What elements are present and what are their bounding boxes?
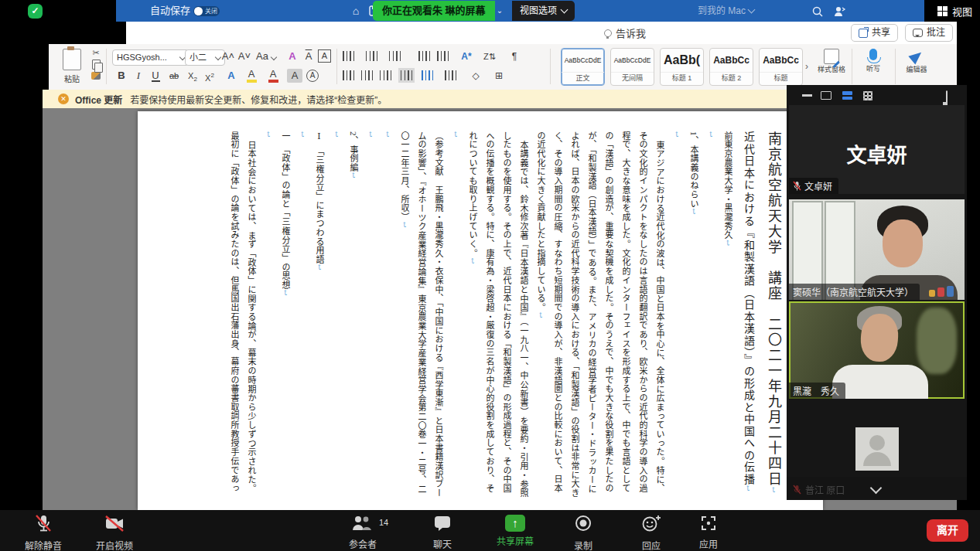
avatar-torso xyxy=(863,452,891,466)
document-line: 程で、大きな意味を成した。文化的インターフェイスを形成する上で、中でも言語として xyxy=(617,131,634,496)
style-pane-button[interactable]: 样式窗格 xyxy=(814,49,849,73)
document-line: Ⅰ 「三権分立」にまつわる用語↩ xyxy=(311,131,328,496)
font-color-button[interactable]: A xyxy=(265,67,281,81)
to-my-mac-menu[interactable]: 到我的 Mac xyxy=(698,0,754,22)
shrink-font-button[interactable]: A˅ xyxy=(237,49,252,63)
distribute-button[interactable] xyxy=(422,70,433,80)
line-text: れについても取り上げていく。 xyxy=(468,131,477,258)
show-marks-button[interactable]: ¶ xyxy=(507,49,522,63)
numbering-button[interactable] xyxy=(366,51,377,61)
home-icon[interactable]: ⌂ xyxy=(348,0,364,22)
unmute-button[interactable]: 解除静音 xyxy=(14,515,73,551)
character-shading-button[interactable]: A xyxy=(287,69,302,83)
document-line: したものを使用する。その上で、近代日本における「和製漢語」の形成過程と、その中国 xyxy=(498,131,515,496)
autosave-toggle[interactable]: 关闭 xyxy=(193,6,220,16)
document-line: 日本社会においては、まず「政体」に関する論が、幕末の時期から少しずつ示された。 xyxy=(243,131,260,496)
style-card[interactable]: AaBbCc 标题 xyxy=(759,48,803,86)
dictate-button[interactable]: 听写 xyxy=(856,49,890,73)
speaker-view-icon[interactable] xyxy=(842,91,852,100)
comments-button[interactable]: 批注 xyxy=(905,24,953,42)
view-options-dropdown[interactable]: 视图选项 xyxy=(512,1,575,21)
participant-video-tile[interactable]: 窦硕华（南京航空航天大学） xyxy=(789,199,965,300)
gallery-view-icon[interactable] xyxy=(863,91,872,100)
styles-gallery: AaBbCcDdE 正文 AaBbCcDdE 无间隔 AaBb( 标题 1 Aa… xyxy=(561,48,803,86)
font-name-select[interactable]: HGSGyosh... xyxy=(112,49,190,66)
underline-button[interactable]: U xyxy=(148,69,163,83)
borders-button[interactable]: ⊞ xyxy=(491,69,507,83)
contacts-icon[interactable] xyxy=(834,5,846,17)
popout-panel-icon[interactable] xyxy=(946,90,948,105)
leave-meeting-button[interactable]: 离开 xyxy=(927,519,968,542)
format-painter-icon[interactable] xyxy=(91,72,101,80)
paragraph-mark: ↩ xyxy=(350,172,357,179)
grow-font-button[interactable]: A˄ xyxy=(220,49,236,63)
strikethrough-button[interactable]: ab xyxy=(166,69,182,83)
chat-button[interactable]: 聊天 xyxy=(424,515,461,550)
document-line: 本講義では、鈴木修次著『日本漢語と中国』（一九八一、中公新書）を要約・引用・参照 xyxy=(515,131,532,496)
comment-icon xyxy=(913,29,923,37)
active-speaker-tile[interactable]: 文卓妍 文卓妍 xyxy=(789,105,965,194)
collapse-panel-chevron[interactable] xyxy=(870,482,883,495)
superscript-button[interactable]: X xyxy=(202,69,217,83)
bold-button[interactable]: B xyxy=(118,70,125,81)
chat-icon xyxy=(433,515,452,532)
tab-tell-me[interactable]: 告诉我 xyxy=(604,22,646,44)
participant-name-chip: 窦硕华（南京航空航天大学） xyxy=(789,284,920,300)
search-icon[interactable] xyxy=(812,6,823,17)
active-speaking-video-tile[interactable]: 黒瀧 秀久 xyxy=(789,301,965,399)
font-size-select[interactable]: 小二 xyxy=(185,49,225,66)
apps-icon xyxy=(700,515,717,532)
align-center-button[interactable] xyxy=(361,70,373,80)
bullets-button[interactable] xyxy=(343,51,354,61)
document-line: 前東京農業大学・黒瀧秀久↩ xyxy=(719,131,736,496)
style-card[interactable]: AaBbCcDdE 正文 xyxy=(561,48,605,86)
participant-novideo-tile[interactable] xyxy=(789,400,965,477)
justify-button-active[interactable] xyxy=(401,70,412,80)
share-screen-button[interactable]: ↑ 共享屏幕 xyxy=(492,515,538,547)
start-video-button[interactable]: 开启视频 xyxy=(84,515,145,551)
align-top-button[interactable] xyxy=(343,70,354,80)
paste-button[interactable]: 粘贴 xyxy=(55,47,89,87)
sort-button[interactable]: Z⇅ xyxy=(482,49,497,63)
style-card[interactable]: AaBbCcDdE 无间隔 xyxy=(610,48,654,86)
minimize-panel-icon[interactable] xyxy=(802,94,812,97)
align-bottom-button[interactable] xyxy=(380,70,391,80)
highlight-color-button[interactable]: A xyxy=(244,67,259,81)
italic-button[interactable]: I xyxy=(131,69,146,83)
text-effects-button[interactable]: A xyxy=(224,69,239,83)
style-card[interactable]: AaBb( 标题 1 xyxy=(660,48,704,86)
change-case-button[interactable]: Aa xyxy=(256,49,276,63)
zoom-view-button[interactable]: 视图 xyxy=(937,3,972,19)
apps-button[interactable]: 应用 xyxy=(690,515,727,550)
styles-gallery-more[interactable]: › xyxy=(805,61,808,72)
decrease-indent-button[interactable] xyxy=(418,51,430,61)
style-card[interactable]: AaBbCc 标题 2 xyxy=(709,48,753,86)
character-border-button[interactable]: A xyxy=(318,49,331,63)
increase-indent-button[interactable] xyxy=(437,51,449,61)
autosave-label: 自动保存 xyxy=(150,0,190,22)
minimal-view-icon[interactable] xyxy=(821,91,831,100)
phonetic-guide-button[interactable]: A xyxy=(301,49,316,63)
share-button[interactable]: 共享 xyxy=(851,24,898,42)
style-name: 标题 xyxy=(760,72,802,84)
participant-name-chip: 黒瀧 秀久 xyxy=(789,383,845,399)
line-spacing-button[interactable] xyxy=(445,70,456,80)
cut-icon[interactable]: ✂ xyxy=(90,48,101,58)
document-line: （参考文献 王鵬飛・黒瀧秀久・衣保中、「中国における『西学東漸』と日本書籍漢訳ブ… xyxy=(430,131,447,496)
subscript-button[interactable]: X xyxy=(185,69,200,83)
multilevel-list-button[interactable] xyxy=(389,51,401,61)
line-text: （参考文献 王鵬飛・黒瀧秀久・衣保中、「中国における『西学東漸』と日本書籍漢訳ブ… xyxy=(434,131,443,498)
participants-button[interactable]: 参会者 14 xyxy=(334,515,391,550)
enclose-characters-button[interactable]: A xyxy=(306,70,319,82)
asian-layout-button[interactable]: A* xyxy=(459,49,474,63)
document-page[interactable]: 南京航空航天大学 講座 二〇二一年九月二十四日↩近代日本における『和製漢語（日本… xyxy=(138,111,823,510)
document-line: その文化的インパクトをなしたのは言語的翻訳であり、欧米からの近代的科学の導入の過 xyxy=(634,131,651,496)
reactions-button[interactable]: 回应 xyxy=(633,515,670,551)
clear-formatting-button[interactable]: A xyxy=(285,49,300,63)
editor-button[interactable]: 编辑器 xyxy=(900,49,934,73)
record-button[interactable]: 录制 xyxy=(565,515,602,551)
shading-bucket-button[interactable]: ◇ xyxy=(468,69,483,83)
paragraph-mark: ↩ xyxy=(770,487,777,493)
speaker-name: 文卓妍 xyxy=(789,139,965,168)
copy-icon[interactable] xyxy=(92,60,101,70)
